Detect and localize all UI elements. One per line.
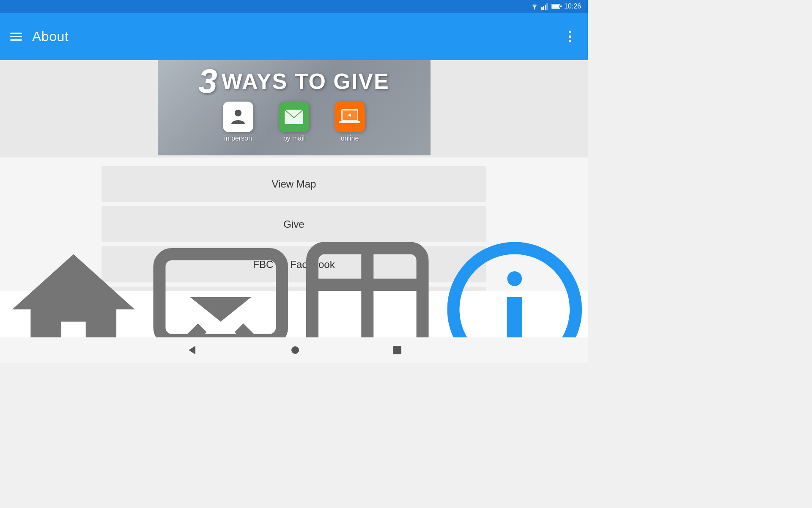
app-bar-left: About — [10, 29, 69, 44]
svg-point-23 — [507, 271, 522, 286]
home-system-button[interactable] — [291, 346, 299, 354]
svg-point-8 — [235, 110, 241, 116]
svg-rect-6 — [552, 5, 559, 8]
person-icon — [223, 102, 253, 132]
svg-rect-7 — [560, 6, 562, 7]
app-bar: About ⋮ — [0, 13, 588, 60]
status-icons: 10:26 — [530, 3, 581, 10]
system-nav — [0, 337, 588, 363]
banner-icon-online: online — [335, 102, 365, 142]
banner-title: 3 WAYS TO GIVE — [198, 64, 389, 98]
banner-title-text: WAYS TO GIVE — [222, 69, 390, 94]
hamburger-menu-button[interactable] — [10, 33, 22, 41]
svg-rect-2 — [543, 6, 544, 10]
banner-three: 3 — [198, 64, 218, 98]
svg-marker-14 — [190, 297, 251, 322]
view-map-button[interactable]: View Map — [102, 166, 486, 202]
battery-icon — [551, 3, 562, 9]
signal-icon — [541, 3, 549, 10]
wifi-icon — [530, 3, 539, 10]
svg-rect-12 — [339, 121, 360, 123]
laptop-icon — [335, 102, 365, 132]
svg-rect-1 — [541, 7, 543, 10]
in-person-label: in person — [224, 135, 252, 142]
recent-apps-button[interactable] — [392, 345, 402, 355]
banner-icons-row: in person by mail — [223, 102, 365, 142]
status-time: 10:26 — [564, 3, 581, 10]
svg-rect-26 — [393, 346, 401, 354]
banner-icon-by-mail: by mail — [279, 102, 309, 142]
svg-rect-4 — [546, 3, 548, 10]
bottom-nav: Home Messages Bible About — [0, 291, 588, 337]
svg-rect-3 — [545, 5, 546, 10]
banner-icon-in-person: in person — [223, 102, 253, 142]
banner-area: 3 WAYS TO GIVE in person — [0, 60, 588, 157]
app-bar-title: About — [32, 29, 69, 44]
online-label: online — [341, 135, 359, 142]
by-mail-label: by mail — [283, 135, 305, 142]
svg-rect-13 — [159, 254, 282, 340]
back-button[interactable] — [186, 344, 198, 356]
mail-icon — [279, 102, 309, 132]
svg-marker-24 — [189, 346, 195, 354]
more-options-button[interactable]: ⋮ — [563, 30, 578, 43]
status-bar: 10:26 — [0, 0, 588, 13]
svg-point-25 — [291, 346, 299, 354]
banner-image: 3 WAYS TO GIVE in person — [158, 60, 431, 155]
svg-point-0 — [534, 8, 535, 10]
